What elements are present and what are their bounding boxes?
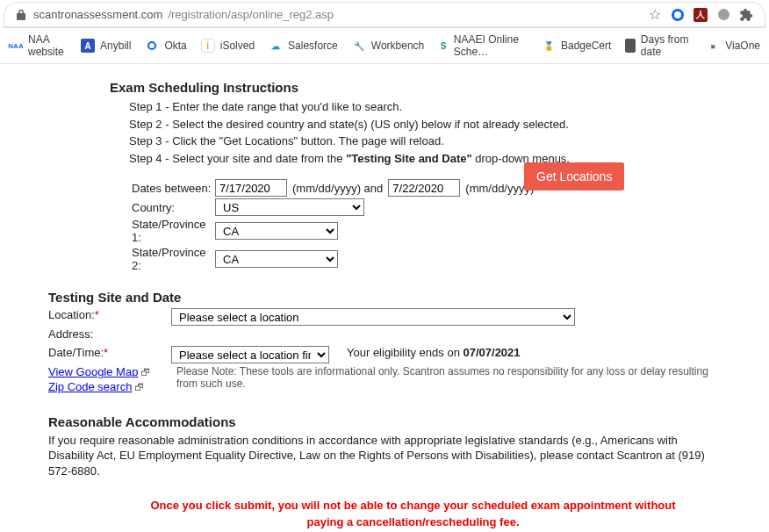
step-4: Step 4 - Select your site and date from … <box>129 150 716 168</box>
location-label: Location:* <box>48 308 171 321</box>
star-icon[interactable]: ☆ <box>648 8 662 22</box>
bookmark-viaone[interactable]: 𝄪ViaOne <box>706 39 760 53</box>
step-3: Step 3 - Click the "Get Locations" butto… <box>129 133 716 150</box>
salesforce-icon: ☁ <box>269 39 283 53</box>
instructions-heading: Exam Scheduling Instructions <box>110 80 716 95</box>
instruction-steps: Step 1 - Enter the date range that you'd… <box>129 98 716 167</box>
tool-note: Please Note: These tools are information… <box>176 365 716 390</box>
bookmark-anybill[interactable]: AAnybill <box>81 39 131 53</box>
date-from-input[interactable] <box>215 179 287 197</box>
naaei-icon: S <box>438 39 449 53</box>
viaone-icon: 𝄪 <box>706 39 720 53</box>
step-1: Step 1 - Enter the date range that you'd… <box>129 98 716 116</box>
dates-mid-label: (mm/dd/yyyy) and <box>292 182 383 195</box>
bookmark-isolved[interactable]: iiSolved <box>201 39 255 53</box>
workbench-icon: 🔧 <box>352 39 366 53</box>
page-content: Exam Scheduling Instructions Step 1 - En… <box>0 64 769 532</box>
datetime-label: Date/Time:* <box>48 346 171 359</box>
testing-heading: Testing Site and Date <box>48 290 716 305</box>
popout-icon: 🗗 <box>140 367 150 377</box>
bookmark-workbench[interactable]: 🔧Workbench <box>352 39 424 53</box>
state1-select[interactable]: CA <box>215 222 338 240</box>
bookmark-badgecert[interactable]: 🏅BadgeCert <box>542 39 611 53</box>
extensions-puzzle-icon[interactable] <box>739 8 753 22</box>
url-box[interactable]: scantronassessment.com/registration/asp/… <box>11 8 648 22</box>
accom-heading: Reasonable Accommodations <box>48 414 716 429</box>
view-google-map-link[interactable]: View Google Map <box>48 365 138 378</box>
bookmark-naaei[interactable]: SNAAEI Online Sche… <box>438 33 528 58</box>
badgecert-icon: 🏅 <box>542 39 556 53</box>
popout-icon: 🗗 <box>134 382 144 392</box>
state1-label: State/Province 1: <box>110 218 215 244</box>
anybill-icon: A <box>81 39 95 53</box>
addr-right-icons: ☆ 人 <box>648 8 758 22</box>
url-path: /registration/asp/online_reg2.asp <box>168 8 334 21</box>
location-select[interactable]: Please select a location <box>171 308 575 326</box>
url-host: scantronassessment.com <box>33 8 162 21</box>
get-locations-button[interactable]: Get Locations <box>524 162 624 191</box>
accom-text: If you require reasonable administration… <box>48 433 716 479</box>
acrobat-icon[interactable]: 人 <box>694 8 708 22</box>
state2-label: State/Province 2: <box>110 246 215 272</box>
datetime-select[interactable]: Please select a location first <box>171 346 329 363</box>
bookmark-naa[interactable]: NAANAA website <box>9 33 67 58</box>
address-bar: scantronassessment.com/registration/asp/… <box>4 2 765 28</box>
step-2: Step 2 - Select the desired country and … <box>129 116 716 133</box>
bookmark-salesforce[interactable]: ☁Salesforce <box>269 39 338 53</box>
submit-warning: Once you click submit, you will not be a… <box>145 498 681 529</box>
state2-select[interactable]: CA <box>215 250 338 268</box>
bookmarks-bar: NAANAA website AAnybill Okta iiSolved ☁S… <box>0 28 769 64</box>
eligibility-text: Your eligibility ends on 07/07/2021 <box>347 346 521 359</box>
bookmark-okta[interactable]: Okta <box>145 39 186 53</box>
okta-icon <box>145 39 159 53</box>
date-to-input[interactable] <box>388 179 460 197</box>
bookmark-days[interactable]: Days from date <box>625 33 692 58</box>
country-select[interactable]: US <box>215 198 364 216</box>
country-label: Country: <box>110 201 215 214</box>
isolved-icon: i <box>201 39 215 53</box>
zip-code-search-link[interactable]: Zip Code search <box>48 380 132 393</box>
dates-between-label: Dates between: <box>110 182 215 195</box>
days-icon <box>625 39 635 53</box>
extension-circle-icon[interactable] <box>671 8 685 22</box>
address-label: Address: <box>48 327 171 341</box>
naa-icon: NAA <box>9 39 23 53</box>
extension-grey-icon[interactable] <box>716 8 730 22</box>
lock-icon <box>14 8 28 22</box>
